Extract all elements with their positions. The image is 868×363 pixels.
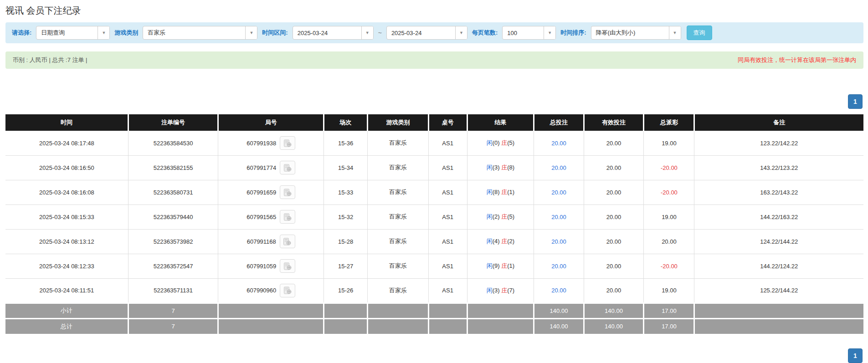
cell-session-value: 15-27 [338,263,353,270]
cell-table-no: AS1 [428,131,467,155]
cell-game-type: 百家乐 [368,180,429,205]
cell-payout: 19.00 [644,278,694,303]
cell-valid-bet: 20.00 [584,131,644,155]
cell-round-id: 607991565 [218,205,324,229]
chevron-down-icon: ▼ [669,26,681,39]
cell-bet-id: 522363579440 [128,205,218,229]
replay-video-button[interactable] [280,284,295,297]
table-row: 2025-03-24 08:16:08522363580731607991659… [5,180,863,205]
cell-total-bet: 20.00 [534,254,584,278]
cell-session-value: 15-33 [338,189,353,196]
result-banker-score: (5) [507,139,514,146]
cell-total-bet-value[interactable]: 20.00 [551,164,566,171]
page-1-button[interactable]: 1 [848,94,863,109]
cell-payout-value: 19.00 [662,140,677,147]
video-clip-icon [283,213,292,221]
game-type-label: 游戏类别 [114,29,138,37]
result-banker-label: 庄 [501,164,507,171]
search-button[interactable]: 查询 [687,26,712,40]
round-id-value: 607991659 [247,189,276,196]
round-id-value: 607991565 [247,214,276,220]
query-type-select[interactable]: 日期查询 ▼ [36,26,110,40]
cell-payout-value: 19.00 [662,287,677,294]
cell-valid-bet: 20.00 [584,254,644,278]
result-banker-score: (5) [507,213,514,220]
cell-note-value: 125.22/144.22 [760,287,798,294]
cell-time: 2025-03-24 08:11:51 [5,278,128,303]
replay-video-button[interactable] [280,136,295,150]
subtotal-row-valid-bet: 140.00 [584,303,644,318]
result-banker-score: (8) [507,164,514,171]
cell-total-bet-value[interactable]: 20.00 [551,287,566,294]
header-round-id: 局号 [218,114,324,131]
replay-video-button[interactable] [280,185,295,199]
table-row: 2025-03-24 08:17:48522363584530607991938… [5,131,863,155]
subtotal-row-label: 小计 [5,303,128,318]
cell-game-type: 百家乐 [368,229,429,254]
cell-session: 15-27 [324,254,368,278]
result-banker-score: (2) [507,238,514,245]
cell-total-bet-value[interactable]: 20.00 [551,263,566,270]
cell-total-bet-value[interactable]: 20.00 [551,140,566,147]
cell-time: 2025-03-24 08:16:50 [5,155,128,180]
cell-session-value: 15-28 [338,238,353,245]
subtotal-row-result [467,303,534,318]
cell-total-bet-value[interactable]: 20.00 [551,189,566,196]
total-row-label: 总计 [5,318,128,334]
header-payout: 总派彩 [644,114,694,131]
cell-note-value: 143.22/123.22 [760,164,798,171]
replay-video-button[interactable] [280,210,295,224]
cell-payout: 19.00 [644,205,694,229]
total-row-payout: 17.00 [644,318,694,334]
game-type-select[interactable]: 百家乐 ▼ [143,26,257,40]
cell-payout-value: -20.00 [661,189,678,196]
header-total-bet: 总投注 [534,114,584,131]
subtotal-row-total-bet: 140.00 [534,303,584,318]
result-player-score: (2) [493,213,502,220]
video-clip-icon [283,262,292,270]
date-from-select[interactable]: 2025-03-24 ▼ [293,26,374,40]
total-row: 总计7140.00140.0017.00 [5,318,863,334]
round-id-value: 607991059 [247,263,276,270]
currency-total-text: 币别 : 人民币 | 总共 :7 注单 | [13,56,87,64]
cell-total-bet: 20.00 [534,205,584,229]
replay-video-button[interactable] [280,259,295,273]
cell-table-no: AS1 [428,180,467,205]
cell-session: 15-36 [324,131,368,155]
game-type-value: 百家乐 [143,29,245,37]
result-player-score: (4) [493,238,502,245]
cell-time: 2025-03-24 08:16:08 [5,180,128,205]
cell-valid-bet: 20.00 [584,180,644,205]
cell-total-bet-value[interactable]: 20.00 [551,238,566,245]
chevron-down-icon: ▼ [361,26,373,39]
total-row-table [428,318,467,334]
result-banker-label: 庄 [501,238,507,245]
cell-game-type-value: 百家乐 [389,287,407,294]
subtotal-row-table [428,303,467,318]
table-row: 2025-03-24 08:11:51522363571131607990960… [5,278,863,303]
date-to-select[interactable]: 2025-03-24 ▼ [386,26,467,40]
pagination-top: 1 [5,94,863,109]
cell-time-value: 2025-03-24 08:12:33 [39,263,94,270]
per-page-select[interactable]: 100 ▼ [502,26,556,40]
replay-video-button[interactable] [280,161,295,174]
subtotal-row-note [694,303,863,318]
cell-result: 闲(3) 庄(8) [467,155,534,180]
cell-valid-bet-value: 20.00 [606,164,621,171]
cell-note: 125.22/144.22 [694,278,863,303]
table-header-row: 时间 注单编号 局号 场次 游戏类别 桌号 结果 总投注 有效投注 总派彩 备注 [5,114,863,131]
table-row: 2025-03-24 08:13:12522363573982607991168… [5,229,863,254]
replay-video-button[interactable] [280,235,295,248]
result-player-score: (0) [493,139,502,146]
round-id-value: 607991938 [247,140,276,147]
cell-note-value: 144.22/124.22 [760,263,798,270]
cell-table-no: AS1 [428,278,467,303]
cell-session: 15-33 [324,180,368,205]
total-row-valid-bet: 140.00 [584,318,644,334]
sort-order-select[interactable]: 降幂(由大到小) ▼ [591,26,681,40]
cell-valid-bet-value: 20.00 [606,189,621,196]
cell-table-no-value: AS1 [442,140,453,147]
cell-game-type: 百家乐 [368,205,429,229]
page-1-button[interactable]: 1 [848,348,863,363]
cell-total-bet-value[interactable]: 20.00 [551,214,566,220]
